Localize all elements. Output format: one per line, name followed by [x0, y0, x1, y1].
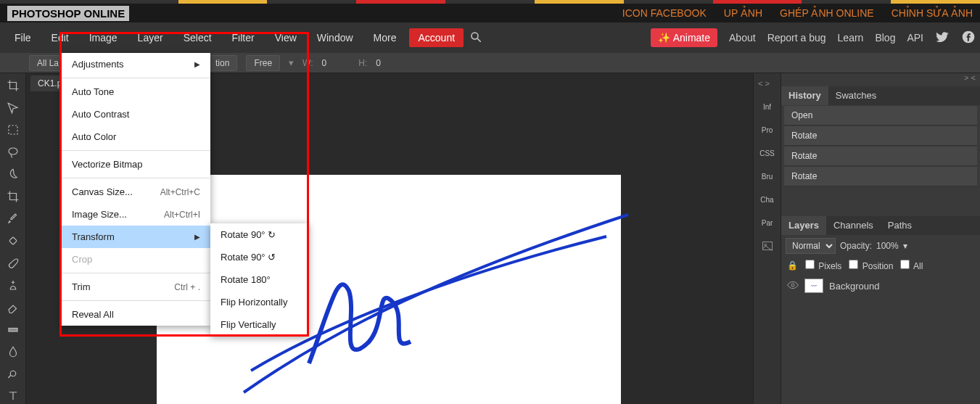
blur-tool-icon[interactable]: [3, 343, 23, 360]
rail-nav-right[interactable]: > <: [964, 73, 976, 86]
tab-channels[interactable]: Channels: [826, 216, 881, 235]
crop-tool-icon[interactable]: [3, 78, 23, 94]
svg-rect-3: [9, 125, 17, 134]
opacity-value[interactable]: 100%: [876, 241, 899, 251]
marquee-tool-icon[interactable]: [3, 122, 23, 139]
menu-account[interactable]: Account: [409, 28, 464, 47]
menubar: File Edit Image Layer Select Filter View…: [0, 22, 980, 53]
nav-link-ghep-anh[interactable]: GHÉP ẢNH ONLINE: [780, 7, 874, 19]
nav-api[interactable]: API: [907, 32, 923, 44]
menu-transform[interactable]: Transform▶: [62, 226, 210, 248]
nav-link-chinh-sua[interactable]: CHỈNH SỬA ẢNH: [892, 7, 973, 19]
menu-auto-tone[interactable]: Auto Tone: [62, 81, 210, 103]
menu-rotate-180[interactable]: Rotate 180°: [210, 268, 308, 291]
menu-auto-color[interactable]: Auto Color: [62, 125, 210, 148]
menu-file[interactable]: File: [4, 26, 41, 49]
menu-view[interactable]: View: [265, 26, 307, 49]
chevron-down-icon[interactable]: ▾: [289, 57, 294, 68]
menu-rotate-90-ccw[interactable]: Rotate 90° ↺: [210, 246, 308, 268]
rail-par[interactable]: Par: [762, 214, 773, 231]
brush-tool-icon[interactable]: [3, 255, 23, 271]
menu-select[interactable]: Select: [173, 26, 222, 49]
h-label: H:: [358, 58, 367, 68]
nav-link-up-anh[interactable]: UP ẢNH: [724, 7, 762, 19]
rail-css[interactable]: CSS: [759, 144, 775, 162]
animate-button[interactable]: ✨ Animate: [651, 28, 717, 47]
svg-point-10: [791, 284, 794, 286]
chevron-down-icon[interactable]: ▾: [903, 241, 907, 251]
facebook-icon[interactable]: [961, 30, 976, 46]
lock-pixels[interactable]: Pixels: [805, 260, 841, 271]
menu-flip-v[interactable]: Flip Vertically: [210, 313, 308, 336]
w-label: W:: [302, 58, 313, 68]
menu-adjustments[interactable]: Adjustments▶: [62, 53, 210, 75]
h-value[interactable]: 0: [376, 58, 381, 68]
top-color-strip: [0, 0, 980, 4]
right-panels: > < History Swatches Open Rotate Rotate …: [781, 73, 980, 404]
menu-rotate-90-cw[interactable]: Rotate 90° ↻: [210, 223, 308, 246]
lock-all[interactable]: All: [900, 260, 923, 271]
menu-trim[interactable]: TrimCtrl + .: [62, 276, 210, 298]
type-tool-icon[interactable]: [3, 387, 23, 404]
history-item[interactable]: Rotate: [784, 167, 977, 186]
header-links: ICON FACEBOOK UP ẢNH GHÉP ẢNH ONLINE CHỈ…: [622, 7, 973, 19]
blend-mode-select[interactable]: Normal: [786, 238, 836, 254]
svg-rect-5: [9, 237, 17, 245]
history-item[interactable]: Open: [784, 106, 977, 125]
tab-layers[interactable]: Layers: [781, 216, 826, 235]
menu-image[interactable]: Image: [79, 26, 128, 49]
lock-position[interactable]: Position: [849, 260, 893, 271]
menu-vectorize[interactable]: Vectorize Bitmap: [62, 153, 210, 176]
svg-point-0: [472, 33, 478, 39]
menu-filter[interactable]: Filter: [222, 26, 265, 49]
twitter-icon[interactable]: [935, 30, 950, 46]
menu-edit[interactable]: Edit: [41, 26, 79, 49]
history-item[interactable]: Rotate: [784, 147, 977, 166]
nav-link-icon-facebook[interactable]: ICON FACEBOOK: [622, 7, 707, 19]
gradient-tool-icon[interactable]: [3, 321, 23, 338]
rail-inf[interactable]: Inf: [763, 98, 771, 115]
move-tool-icon[interactable]: [3, 100, 23, 117]
crop2-tool-icon[interactable]: [3, 189, 23, 205]
left-toolbar: [0, 73, 26, 404]
eyedropper-tool-icon[interactable]: [3, 210, 23, 227]
tab-paths[interactable]: Paths: [881, 216, 919, 235]
menu-more[interactable]: More: [363, 26, 407, 49]
layer-name[interactable]: Background: [829, 281, 879, 292]
option-tion[interactable]: tion: [207, 55, 237, 71]
rail-pro[interactable]: Pro: [762, 121, 773, 139]
w-value[interactable]: 0: [322, 58, 327, 68]
nav-blog[interactable]: Blog: [875, 32, 895, 44]
chevron-right-icon: ▶: [194, 60, 200, 68]
tab-history[interactable]: History: [781, 86, 828, 105]
quick-select-tool-icon[interactable]: [3, 166, 23, 183]
nav-learn[interactable]: Learn: [838, 32, 864, 44]
lasso-tool-icon[interactable]: [3, 144, 23, 161]
animate-label: Animate: [673, 32, 710, 44]
rail-cha[interactable]: Cha: [760, 191, 773, 208]
nav-report-bug[interactable]: Report a bug: [767, 32, 826, 44]
nav-about[interactable]: About: [729, 32, 756, 44]
rail-nav-left[interactable]: < >: [758, 79, 770, 92]
menu-image-size[interactable]: Image Size...Alt+Ctrl+I: [62, 203, 210, 226]
dodge-tool-icon[interactable]: [3, 366, 23, 382]
rail-image-icon[interactable]: [762, 237, 773, 255]
eye-icon[interactable]: [787, 281, 799, 292]
rail-bru[interactable]: Bru: [762, 168, 773, 185]
layer-row[interactable]: 〰 Background: [781, 274, 980, 297]
clone-tool-icon[interactable]: [3, 277, 23, 294]
site-header: PHOTOSHOP ONLINE ICON FACEBOOK UP ẢNH GH…: [0, 4, 980, 22]
search-icon[interactable]: [469, 30, 482, 46]
tab-swatches[interactable]: Swatches: [828, 86, 884, 105]
option-free[interactable]: Free: [246, 55, 280, 71]
image-dropdown: Adjustments▶ Auto Tone Auto Contrast Aut…: [62, 53, 210, 326]
heal-tool-icon[interactable]: [3, 233, 23, 250]
menu-canvas-size[interactable]: Canvas Size...Alt+Ctrl+C: [62, 181, 210, 203]
menu-layer[interactable]: Layer: [128, 26, 173, 49]
menu-reveal-all[interactable]: Reveal All: [62, 303, 210, 326]
history-item[interactable]: Rotate: [784, 126, 977, 146]
menu-window[interactable]: Window: [307, 26, 363, 49]
menu-flip-h[interactable]: Flip Horizontally: [210, 291, 308, 313]
eraser-tool-icon[interactable]: [3, 299, 23, 316]
menu-auto-contrast[interactable]: Auto Contrast: [62, 103, 210, 125]
